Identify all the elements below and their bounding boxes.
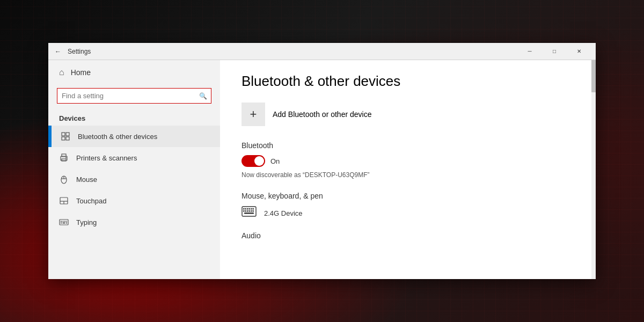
page-title: Bluetooth & other devices [241,73,570,90]
sidebar-bluetooth-label: Bluetooth & other devices [78,133,157,141]
svg-point-7 [65,157,67,158]
device-name-24g: 2.4G Device [264,209,303,217]
svg-rect-30 [245,210,247,212]
printer-icon [59,153,69,163]
back-button[interactable]: ← [53,46,63,57]
settings-window: ← Settings ─ □ ✕ ⌂ Home 🔍 Devices [48,43,596,279]
touchpad-icon [59,196,69,206]
svg-rect-17 [64,221,65,222]
svg-rect-3 [66,137,69,140]
svg-rect-14 [60,219,68,225]
scrollbar-track[interactable] [591,60,596,279]
add-device-icon-box: + [241,103,265,126]
svg-rect-28 [253,208,254,210]
svg-rect-31 [247,210,248,212]
typing-icon [59,217,69,227]
keyboard-device-icon [241,206,257,221]
svg-rect-29 [243,210,245,212]
search-input[interactable] [57,88,211,104]
bluetooth-toggle[interactable] [241,155,265,167]
add-device-label: Add Bluetooth or other device [273,110,371,119]
scrollbar-thumb[interactable] [591,60,596,92]
svg-rect-25 [247,208,248,210]
mouse-section-title: Mouse, keyboard, & pen [241,192,570,200]
bluetooth-section-title: Bluetooth [241,141,570,150]
svg-rect-1 [62,137,65,140]
svg-rect-2 [66,133,69,136]
sidebar-touchpad-label: Touchpad [76,197,106,205]
svg-rect-21 [66,223,67,224]
add-icon: + [250,107,257,121]
bluetooth-icon [61,131,70,141]
svg-rect-33 [251,210,252,212]
svg-rect-32 [249,210,251,212]
minimize-button[interactable]: ─ [517,43,542,60]
svg-rect-24 [245,208,247,210]
svg-rect-26 [249,208,251,210]
sidebar-printers-label: Printers & scanners [76,154,137,162]
sidebar-item-bluetooth[interactable]: Bluetooth & other devices [48,126,220,147]
window-title: Settings [68,48,517,55]
svg-rect-34 [253,210,254,212]
window-controls: ─ □ ✕ [517,43,591,60]
mouse-icon [59,174,69,184]
sidebar-typing-label: Typing [76,218,97,226]
audio-section-title: Audio [241,231,570,240]
discoverable-text: Now discoverable as “DESKTOP-U63Q9MF” [241,171,570,179]
svg-rect-0 [62,133,65,136]
title-bar: ← Settings ─ □ ✕ [48,43,596,60]
svg-rect-16 [63,221,64,222]
sidebar-item-typing[interactable]: Typing [48,211,220,233]
sidebar-item-printers[interactable]: Printers & scanners [48,147,220,169]
sidebar-mouse-label: Mouse [76,175,97,184]
svg-rect-15 [61,221,62,222]
home-icon: ⌂ [59,68,64,77]
search-container: 🔍 [48,85,220,109]
bluetooth-toggle-row: On [241,155,570,167]
svg-rect-23 [243,208,245,210]
home-label: Home [71,68,91,77]
sidebar-item-mouse[interactable]: Mouse [48,169,220,190]
sidebar: ⌂ Home 🔍 Devices [48,60,220,279]
search-wrapper: 🔍 [57,88,211,104]
device-item-24g: 2.4G Device [241,206,570,221]
sidebar-item-touchpad[interactable]: Touchpad [48,190,220,211]
bluetooth-toggle-label: On [270,157,280,165]
svg-rect-27 [251,208,252,210]
close-button[interactable]: ✕ [567,43,591,60]
maximize-button[interactable]: □ [542,43,567,60]
sidebar-section-devices: Devices [48,109,220,126]
content-area: ⌂ Home 🔍 Devices [48,60,596,279]
sidebar-home-link[interactable]: ⌂ Home [48,60,220,85]
svg-rect-18 [67,221,68,222]
svg-rect-19 [61,223,62,224]
add-device-button[interactable]: + Add Bluetooth or other device [241,103,570,126]
svg-rect-35 [244,213,254,214]
svg-rect-20 [63,223,65,224]
main-panel: Bluetooth & other devices + Add Bluetoot… [220,60,591,279]
